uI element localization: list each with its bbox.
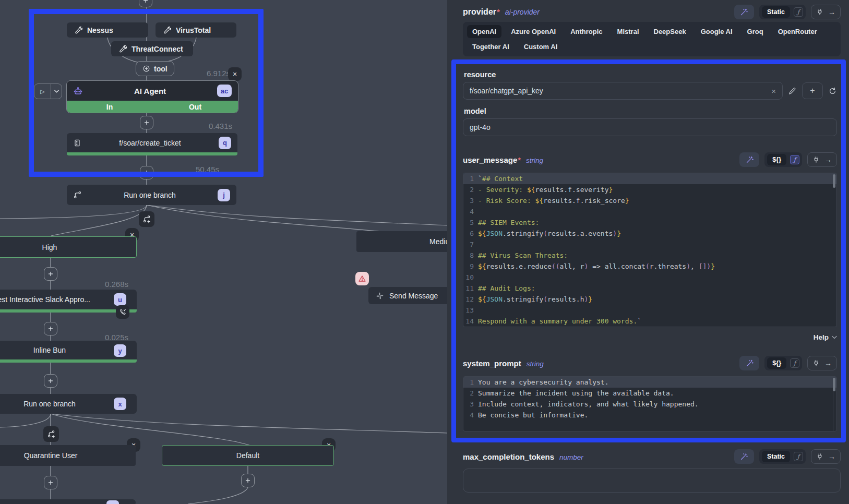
provider-tab-custom-ai[interactable]: Custom AI [519,40,563,53]
resource-input[interactable]: f/soar/chatgpt_api_key × [463,82,783,100]
field-name: max_completion_tokens [463,452,554,461]
refresh-icon[interactable] [828,87,837,95]
case-box-quarantine[interactable]: Quarantine User [0,445,136,466]
field-type: number [559,453,583,461]
ai-autofill-button[interactable] [739,356,759,370]
add-node-connector-quarantine[interactable] [44,476,57,489]
arrow-right-icon[interactable]: → [828,452,835,461]
callback-phone-icon[interactable] [116,305,129,319]
clear-icon[interactable]: × [771,87,776,95]
node-partial-bottom[interactable] [0,499,136,504]
run-node-button[interactable]: ▷ [34,83,62,99]
play-icon[interactable]: ▷ [34,84,51,99]
arrow-right-icon[interactable]: → [824,155,832,164]
code-line: 11## Audit Logs: [463,283,836,294]
node-ref-badge: u [114,293,126,306]
arrow-right-icon[interactable]: → [828,8,835,16]
max-tokens-input[interactable] [463,469,841,493]
ai-autofill-button[interactable] [739,152,759,167]
help-toggle[interactable]: Help [463,331,837,343]
provider-tab-azure-openai[interactable]: Azure OpenAI [506,25,561,38]
io-controls[interactable]: → [807,356,837,370]
function-mode-icon[interactable]: ƒ [794,452,803,461]
agent-out-tab[interactable]: Out [152,101,238,113]
mode-toggle-expression[interactable]: ${} ƒ [764,356,802,370]
field-name: system_prompt [463,359,521,368]
field-type: string [526,157,543,164]
code-line: 7 [463,239,836,250]
add-node-connector-high[interactable] [44,267,57,281]
add-branch-button-2[interactable] [43,426,59,442]
mode-toggle-expression[interactable]: ${} ƒ [764,152,802,167]
plug-icon[interactable] [812,156,820,163]
help-label[interactable]: Help [814,333,829,341]
tool-chip-nessus[interactable]: Nessus [67,22,148,38]
node-run-one-branch-1[interactable]: Run one branch j [67,185,236,205]
field-provider-header: provider* ai-provider Static ƒ [463,4,841,20]
chevron-down-icon[interactable] [51,84,62,99]
case-box-default[interactable]: Default [162,445,334,466]
plug-icon[interactable] [816,8,823,16]
provider-tab-together-ai[interactable]: Together AI [467,40,515,53]
static-mode-label[interactable]: Static [762,6,790,18]
mode-toggle-static[interactable]: Static ƒ [759,5,806,19]
function-mode-icon[interactable]: ƒ [790,155,799,164]
node-ref-badge [106,500,119,504]
tool-chip-virustotal[interactable]: VirusTotal [156,22,236,38]
workflow-canvas[interactable]: 6.912s 0.431s 50.45s 0.268s 0.025s × × ×… [0,0,447,504]
static-mode-label[interactable]: Static [762,451,790,462]
io-controls[interactable]: → [811,449,841,464]
provider-tab-openai[interactable]: OpenAI [467,25,501,38]
code-line: 13 [463,305,836,316]
add-node-connector-slack[interactable] [44,322,57,335]
code-line: 4Be concise but informative. [463,410,836,421]
edit-pencil-icon[interactable] [788,87,797,95]
user-message-code-editor[interactable]: 1`## Context2- Severity: ${results.f.sev… [463,173,837,327]
provider-tab-mistral[interactable]: Mistral [612,25,644,38]
provider-tab-openrouter[interactable]: OpenRouter [773,25,822,38]
function-mode-icon[interactable]: ƒ [790,358,799,368]
add-node-connector-default[interactable] [241,474,255,487]
node-send-message[interactable]: Send Message [368,287,447,304]
arrow-right-icon[interactable]: → [824,359,832,367]
scrollbar-thumb[interactable] [833,378,835,391]
provider-tab-anthropic[interactable]: Anthropic [565,25,607,38]
expression-mode-label[interactable]: ${} [767,357,786,369]
expression-mode-label[interactable]: ${} [767,154,786,165]
case-label: Medium [429,237,447,246]
plug-icon[interactable] [812,359,820,367]
node-inline-bun[interactable]: Inline Bun y [0,341,137,363]
system-prompt-code-editor[interactable]: 1You are a cybersecurity analyst.2Summar… [463,376,837,431]
case-label: Default [236,451,259,460]
node-run-one-branch-2[interactable]: Run one branch x [0,394,137,414]
add-node-connector-top[interactable] [139,0,152,7]
io-controls[interactable]: → [807,152,837,167]
model-input[interactable]: gpt-4o [463,118,837,136]
field-user-message-header: user_message* string ${} ƒ [463,152,837,167]
io-controls[interactable]: → [811,5,841,19]
plug-icon[interactable] [816,453,823,460]
node-create-ticket[interactable]: f/soar/create_ticket q [67,133,237,155]
mode-toggle-static[interactable]: Static ƒ [759,449,806,464]
node-ref-badge: q [219,137,231,149]
tool-chip-label: VirusTotal [176,26,211,34]
add-node-connector-bun[interactable] [44,374,57,388]
function-mode-icon[interactable]: ƒ [794,7,803,17]
tool-chip-threatconnect[interactable]: ThreatConnect [111,41,193,56]
provider-tab-deepseek[interactable]: DeepSeek [649,25,691,38]
provider-tab-groq[interactable]: Groq [742,25,769,38]
ai-autofill-button[interactable] [734,5,754,19]
add-resource-button[interactable]: + [802,82,823,99]
provider-tab-google-ai[interactable]: Google AI [696,25,738,38]
node-ai-agent[interactable]: AI Agent ac In Out [66,80,238,113]
case-box-high[interactable]: High [0,236,137,258]
ai-autofill-button[interactable] [734,449,754,464]
case-box-medium[interactable]: Medium [356,231,447,252]
tool-handle[interactable]: tool [136,61,174,76]
scrollbar-thumb[interactable] [833,174,835,188]
close-icon-agent-group[interactable]: × [228,67,242,81]
agent-io-bar[interactable]: In Out [67,101,238,113]
agent-in-tab[interactable]: In [67,101,152,113]
add-branch-button[interactable] [139,211,154,227]
wrench-icon [118,45,127,53]
